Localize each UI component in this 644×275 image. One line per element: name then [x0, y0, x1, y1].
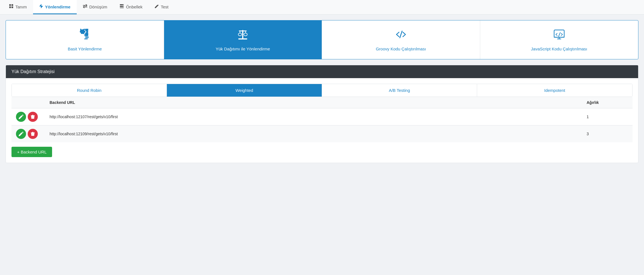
tab-yonlendirme-label: Yönlendirme	[45, 4, 71, 9]
sub-tab-abtesting-label: A/B Testing	[389, 88, 410, 93]
routing-card-yukdagitim-label: Yük Dağıtımı ile Yönlendirme	[216, 46, 270, 51]
tab-test[interactable]: Test	[149, 0, 175, 14]
edit-button[interactable]	[16, 129, 26, 139]
svg-rect-0	[9, 4, 11, 6]
table-col-weight: Ağırlık	[582, 97, 633, 108]
table-cell-url: http://localhost:12107/rest/gets/v10/fir…	[45, 108, 582, 125]
lightning-icon	[39, 4, 43, 10]
routing-card-groovy-label: Groovy Kodu Çalıştırılması	[376, 46, 426, 51]
balance-icon	[237, 28, 249, 43]
action-buttons	[16, 129, 41, 139]
tab-yonlendirme[interactable]: Yönlendirme	[33, 0, 77, 14]
top-nav-tabs: Tanım Yönlendirme Dönüşüm Önbellek Test	[0, 0, 644, 15]
sub-tab-weighted-label: Weighted	[235, 88, 253, 93]
svg-rect-1	[11, 4, 13, 6]
sub-tab-idempotent[interactable]: Idempotent	[477, 84, 632, 97]
svg-rect-2	[9, 6, 11, 8]
svg-point-8	[123, 4, 123, 5]
add-backend-url-label: + Backend URL	[17, 150, 46, 154]
table-row: http://localhost:12107/rest/gets/v10/fir…	[11, 108, 633, 125]
strategy-body: Round Robin Weighted A/B Testing Idempot…	[6, 78, 638, 163]
puzzle-icon	[79, 28, 91, 43]
backend-table: Backend URL Ağırlık	[11, 97, 633, 142]
tab-tanim[interactable]: Tanım	[3, 0, 33, 14]
edit-button[interactable]	[16, 112, 26, 122]
svg-rect-18	[554, 30, 564, 37]
table-col-actions	[11, 97, 45, 108]
server-icon	[120, 4, 124, 10]
svg-point-9	[123, 6, 123, 7]
weight-value: 1	[587, 115, 589, 119]
table-cell-actions	[11, 125, 45, 143]
svg-point-14	[244, 33, 247, 36]
sub-tab-weighted[interactable]: Weighted	[167, 84, 322, 97]
svg-rect-3	[11, 6, 13, 8]
svg-line-17	[400, 31, 402, 38]
tab-tanim-label: Tanım	[15, 4, 27, 9]
routing-type-selector: Basit Yönlendirme Yük Dağıtımı ile Yönle…	[6, 20, 638, 59]
action-buttons	[16, 112, 41, 122]
routing-card-basit-label: Basit Yönlendirme	[68, 46, 102, 51]
table-cell-url: http://localhost:12109/rest/gets/v10/fir…	[45, 125, 582, 143]
strategy-header: Yük Dağıtım Stratejisi	[6, 65, 638, 78]
tab-onbellek[interactable]: Önbellek	[113, 0, 149, 14]
svg-line-22	[559, 32, 560, 36]
tab-donusum-label: Dönüşüm	[89, 4, 107, 9]
routing-card-javascript[interactable]: JavaScript Kodu Çalıştırılması	[480, 20, 638, 59]
sub-tab-abtesting[interactable]: A/B Testing	[322, 84, 477, 97]
routing-card-yukdagitim[interactable]: Yük Dağıtımı ile Yönlendirme	[164, 20, 322, 59]
weight-value: 3	[587, 132, 589, 136]
table-header-row: Backend URL Ağırlık	[11, 97, 633, 108]
grid-icon	[9, 4, 13, 10]
delete-button[interactable]	[28, 129, 38, 139]
svg-marker-4	[39, 4, 43, 8]
routing-card-javascript-label: JavaScript Kodu Çalıştırılması	[531, 46, 587, 51]
routing-card-basit[interactable]: Basit Yönlendirme	[6, 20, 164, 59]
groovy-code-icon	[395, 28, 407, 43]
arrows-icon	[83, 4, 87, 9]
strategy-sub-tabs: Round Robin Weighted A/B Testing Idempot…	[11, 84, 633, 97]
table-row: http://localhost:12109/rest/gets/v10/fir…	[11, 125, 633, 143]
svg-point-13	[238, 33, 242, 36]
backend-url-value: http://localhost:12107/rest/gets/v10/fir…	[50, 115, 118, 119]
table-cell-actions	[11, 108, 45, 125]
tab-onbellek-label: Önbellek	[126, 4, 143, 9]
delete-button[interactable]	[28, 112, 38, 122]
sub-tab-roundrobin[interactable]: Round Robin	[12, 84, 167, 97]
strategy-section: Yük Dağıtım Stratejisi Round Robin Weigh…	[6, 65, 638, 163]
svg-rect-7	[120, 8, 124, 8]
svg-rect-12	[238, 38, 247, 39]
sub-tab-roundrobin-label: Round Robin	[77, 88, 102, 93]
table-cell-weight: 3	[582, 125, 633, 143]
tab-test-label: Test	[161, 4, 169, 9]
add-backend-url-button[interactable]: + Backend URL	[11, 147, 52, 157]
pencil-icon	[155, 4, 159, 9]
main-content: Basit Yönlendirme Yük Dağıtımı ile Yönle…	[0, 15, 644, 169]
table-col-backendurl: Backend URL	[45, 97, 582, 108]
strategy-header-title: Yük Dağıtım Stratejisi	[11, 69, 55, 74]
tab-donusum[interactable]: Dönüşüm	[77, 0, 113, 14]
routing-card-groovy[interactable]: Groovy Kodu Çalıştırılması	[322, 20, 480, 59]
table-cell-weight: 1	[582, 108, 633, 125]
sub-tab-idempotent-label: Idempotent	[544, 88, 565, 93]
backend-url-value: http://localhost:12109/rest/gets/v10/fir…	[50, 132, 118, 136]
monitor-code-icon	[553, 28, 565, 43]
